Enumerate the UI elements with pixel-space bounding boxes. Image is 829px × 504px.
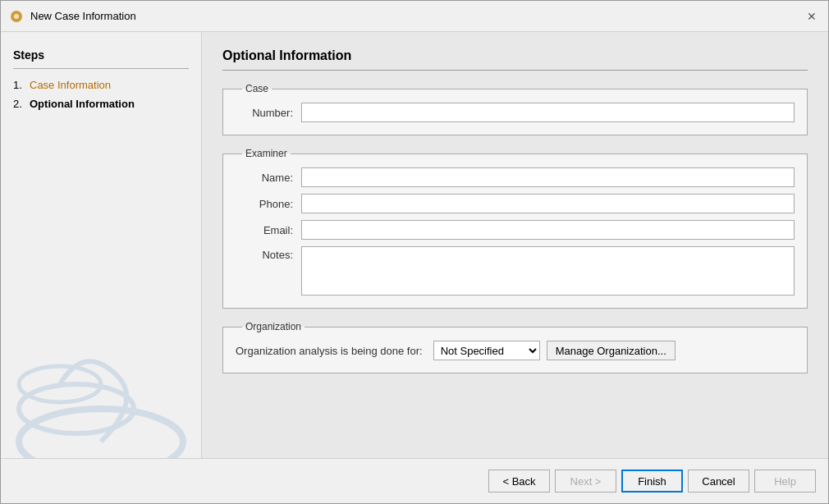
steps-heading: Steps	[13, 48, 189, 69]
section-title: Optional Information	[222, 48, 808, 71]
email-label: Email:	[236, 224, 293, 236]
content-area: Steps 1. Case Information 2. Optional In…	[1, 32, 828, 458]
number-label: Number:	[236, 107, 293, 119]
org-fieldset: Organization Organization analysis is be…	[222, 321, 808, 373]
main-window: New Case Information ✕ Steps 1. Case Inf…	[0, 0, 829, 504]
footer: < Back Next > Finish Cancel Help	[1, 458, 828, 503]
svg-point-1	[14, 14, 19, 19]
phone-label: Phone:	[236, 198, 293, 210]
app-icon	[9, 9, 24, 24]
phone-input[interactable]	[301, 194, 795, 213]
next-button[interactable]: Next >	[555, 470, 616, 493]
help-button[interactable]: Help	[754, 470, 816, 493]
step-1-number: 1.	[13, 79, 30, 91]
org-row: Organization analysis is being done for:…	[236, 341, 795, 360]
notes-label: Notes:	[236, 246, 293, 261]
sidebar: Steps 1. Case Information 2. Optional In…	[1, 32, 202, 458]
phone-field-row: Phone:	[236, 194, 795, 213]
step-2: 2. Optional Information	[13, 98, 189, 110]
notes-field-row: Notes:	[236, 246, 795, 296]
step-2-number: 2.	[13, 98, 30, 110]
close-button[interactable]: ✕	[804, 8, 820, 25]
name-label: Name:	[236, 172, 293, 184]
sidebar-watermark	[1, 310, 201, 458]
name-field-row: Name:	[236, 167, 795, 187]
org-description: Organization analysis is being done for:	[236, 345, 423, 357]
step-1: 1. Case Information	[13, 79, 189, 91]
cancel-button[interactable]: Cancel	[688, 470, 749, 493]
step-1-link[interactable]: Case Information	[30, 79, 111, 91]
examiner-fieldset: Examiner Name: Phone: Email: Notes:	[222, 148, 808, 309]
notes-input[interactable]	[301, 246, 795, 296]
step-2-label: Optional Information	[30, 98, 135, 110]
window-title: New Case Information	[30, 10, 804, 22]
org-legend: Organization	[242, 321, 305, 332]
title-bar: New Case Information ✕	[1, 1, 828, 32]
number-input[interactable]	[301, 103, 795, 122]
org-select[interactable]: Not Specified	[433, 341, 540, 360]
examiner-legend: Examiner	[242, 148, 291, 159]
main-panel: Optional Information Case Number: Examin…	[202, 32, 828, 458]
name-input[interactable]	[301, 167, 795, 187]
case-legend: Case	[242, 83, 272, 94]
email-field-row: Email:	[236, 220, 795, 240]
number-field-row: Number:	[236, 103, 795, 122]
case-fieldset: Case Number:	[222, 83, 808, 135]
finish-button[interactable]: Finish	[621, 470, 683, 493]
back-button[interactable]: < Back	[488, 470, 550, 493]
email-input[interactable]	[301, 220, 795, 240]
manage-org-button[interactable]: Manage Organization...	[547, 341, 676, 360]
